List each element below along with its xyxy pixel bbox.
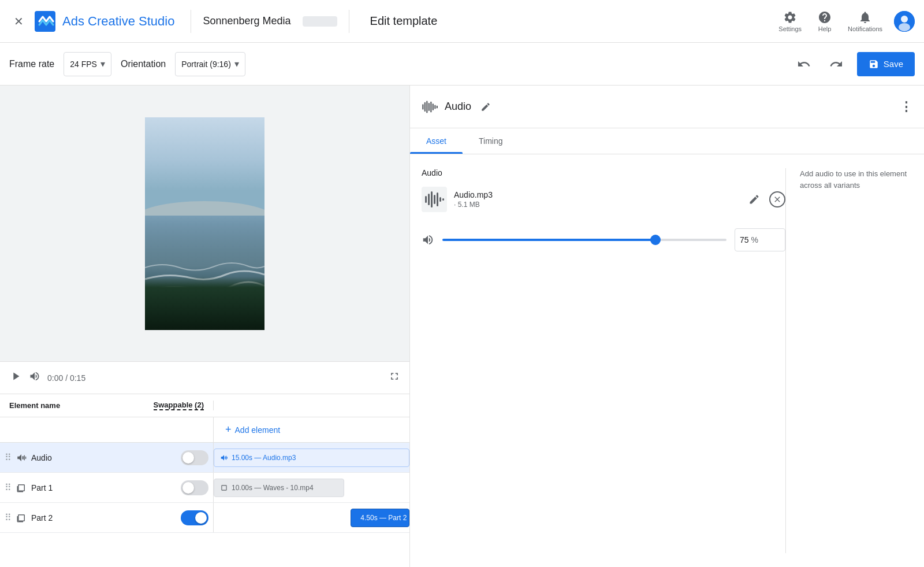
play-icon [9,370,22,383]
audio-edit-icon[interactable] [480,102,491,112]
part1-track-area: 10.00s — Waves - 10.mp4 [214,473,409,502]
timeline-header: Element name Swappable (2) 0s 5s 10s 15s [0,394,409,417]
part2-drag-handle[interactable]: ⠿ [5,512,12,523]
help-button[interactable]: Help [813,8,836,35]
part1-track-bar[interactable]: 10.00s — Waves - 10.mp4 [214,479,344,497]
user-avatar[interactable] [894,11,915,32]
part2-element-name: Part 2 [31,513,176,522]
audio-file-info: Audio.mp3 · 5.1 MB [454,190,737,209]
redo-icon [829,57,843,71]
volume-slider[interactable] [442,234,726,246]
orientation-label: Orientation [121,59,166,69]
audio-element-name: Audio [31,453,176,462]
part2-element-icon [16,513,27,523]
audio-section-label: Audio [422,168,785,177]
svg-rect-27 [437,192,438,206]
svg-rect-14 [422,104,423,109]
audio-content: Audio Audio.mp3 [410,154,924,567]
top-nav: ✕ Ads Creative Studio Sonnenberg Media E… [0,0,924,43]
audio-header: Audio ⋮ [410,86,924,128]
timeline-labels-header: Element name Swappable (2) [0,401,214,410]
notifications-button[interactable]: Notifications [843,8,887,35]
preview-area [0,86,409,361]
add-element-spacer [0,417,214,442]
audio-side-info: Add audio to use in this element across … [785,168,912,553]
audio-track-icon [220,454,228,462]
svg-rect-11 [225,456,225,459]
play-button[interactable] [9,370,22,386]
undo-icon [797,57,811,71]
save-button[interactable]: Save [857,52,915,76]
fullscreen-button[interactable] [389,370,400,385]
tab-timing[interactable]: Timing [463,128,519,154]
settings-icon [783,10,797,24]
part1-toggle[interactable] [181,480,208,495]
frame-rate-label: Frame rate [9,59,54,69]
redo-button[interactable] [825,53,848,76]
svg-rect-17 [429,103,430,111]
svg-point-2 [901,16,908,23]
volume-icon [29,370,40,382]
tab-asset[interactable]: Asset [410,128,463,154]
nav-divider [191,10,191,33]
audio-remove-button[interactable] [769,191,785,207]
svg-rect-20 [434,105,435,109]
orientation-chevron-icon: ▾ [234,58,239,69]
part2-track-bar[interactable]: 4.50s — Part 2 [351,509,409,527]
audio-element-icon [16,453,27,463]
part2-row-label: ⠿ Part 2 [0,503,214,532]
volume-value: 75 [740,235,749,244]
volume-input-wrap: 75 % [735,228,785,251]
left-panel: 0:00 / 0:15 Element name Swappable (2) [0,86,410,567]
plus-icon: + [225,424,232,436]
slider-thumb[interactable] [650,235,661,245]
svg-rect-9 [24,455,25,460]
frame-rate-select[interactable]: 24 FPS ▾ [64,52,111,76]
audio-drag-handle[interactable]: ⠿ [5,452,12,463]
add-element-label: Add element [235,425,281,435]
audio-main: Audio Audio.mp3 [422,168,785,553]
timeline-area: Element name Swappable (2) 0s 5s 10s 15s [0,394,409,567]
svg-rect-28 [439,197,441,202]
svg-rect-8 [23,456,24,459]
svg-rect-12 [226,455,226,459]
audio-file-row: Audio.mp3 · 5.1 MB [422,187,785,212]
audio-track-label: 15.00s — Audio.mp3 [232,454,296,462]
undo-button[interactable] [792,53,815,76]
part1-drag-handle[interactable]: ⠿ [5,482,12,493]
volume-button[interactable] [29,370,40,385]
svg-rect-18 [430,101,431,112]
edit-pencil-icon [748,194,760,205]
close-button[interactable]: ✕ [9,12,28,31]
audio-timeline-row: ⠿ Audio [0,443,409,473]
part2-toggle[interactable] [181,510,208,525]
part1-track-icon [220,484,228,492]
waves-overlay [145,224,264,330]
audio-side-text: Add audio to use in this element across … [800,169,907,190]
swappable-col-header[interactable]: Swappable (2) [154,401,204,410]
main-area: 0:00 / 0:15 Element name Swappable (2) [0,86,924,567]
svg-rect-16 [426,101,427,113]
audio-track-bar[interactable]: 15.00s — Audio.mp3 [214,449,409,467]
more-options-icon[interactable]: ⋮ [900,99,912,114]
bell-icon [858,10,872,24]
fullscreen-icon [389,370,400,382]
settings-button[interactable]: Settings [774,8,806,35]
audio-toggle-knob [182,452,194,464]
edit-template-label: Edit template [370,14,438,28]
audio-filename: Audio.mp3 [454,190,737,199]
svg-point-3 [899,23,910,31]
audio-toggle[interactable] [181,450,208,465]
add-element-row: + Add element [0,417,409,443]
part1-element-icon [16,483,27,493]
element-name-col-header: Element name [9,401,154,410]
part2-track-area: 4.50s — Part 2 [214,503,409,532]
orientation-select[interactable]: Portrait (9:16) ▾ [175,52,245,76]
add-element-button[interactable]: + Add element [214,417,292,442]
preview-canvas [145,117,264,330]
app-title: Ads Creative Studio [62,14,174,29]
media-name: Sonnenberg Media [203,15,290,27]
app-logo-icon [35,11,55,32]
audio-edit-button[interactable] [744,189,765,210]
svg-rect-19 [433,103,434,110]
